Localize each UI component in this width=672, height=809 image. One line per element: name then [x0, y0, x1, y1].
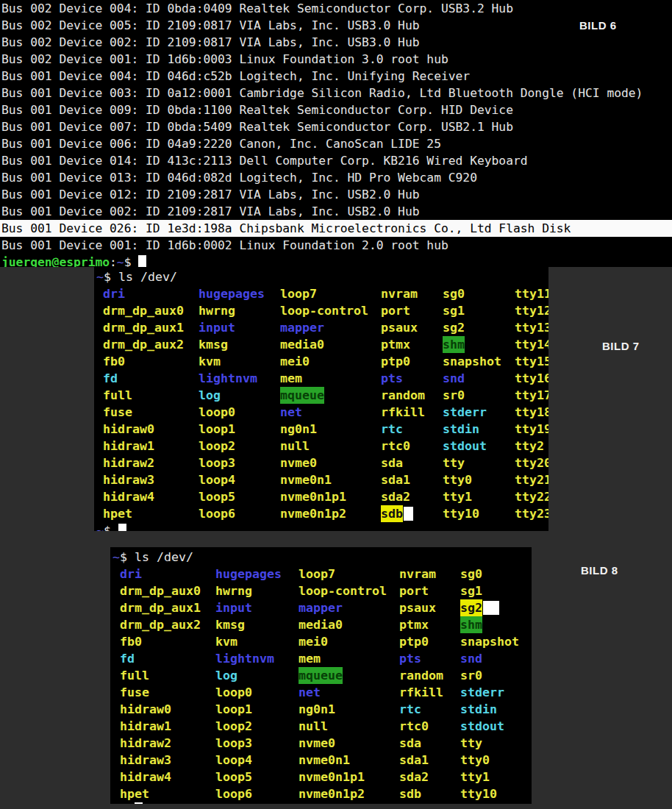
usb-device-line: Bus 001 Device 014: ID 413c:2113 Dell Co…: [0, 152, 672, 169]
dev-entry-dri: dri: [120, 566, 142, 582]
dev-entry-media0: media0: [299, 616, 343, 633]
dev-entry-lightnvm: lightnvm: [215, 650, 274, 667]
dev-row: drm_dp_aux2kmsgmedia0ptmxshm: [110, 616, 532, 633]
text-cursor: [135, 802, 143, 804]
dev-entry-sda2: sda2: [381, 488, 410, 505]
dev-entry-drm_dp_aux1: drm_dp_aux1: [120, 599, 201, 616]
dev-row: fdlightnvmmemptssnd: [110, 650, 532, 667]
dev-entry-drm_dp_aux1: drm_dp_aux1: [103, 319, 184, 336]
prompt-symbol: $: [124, 255, 139, 267]
usb-device-line: Bus 001 Device 003: ID 0a12:0001 Cambrid…: [0, 85, 672, 101]
dev-entry-sda1: sda1: [381, 471, 410, 488]
dev-entry-ng0n1: ng0n1: [280, 421, 317, 438]
dev-entry-mqueue: mqueue: [280, 387, 324, 404]
dev-entry-hugepages: hugepages: [199, 285, 265, 302]
bild8-terminal[interactable]: ~$ ls /dev/ drihugepagesloop7nvramsg0drm…: [110, 547, 532, 804]
dev-entry-loop4: loop4: [215, 752, 252, 769]
dev-row: fuseloop0netrfkillstderrtty18: [94, 404, 548, 421]
dev-entry-tty17: tty17: [515, 387, 548, 404]
dev-entry-loop5: loop5: [199, 488, 235, 505]
dev-entry-tty12: tty12: [515, 302, 548, 319]
dev-row: hpetloop6nvme0n1p2sdbtty10tty23: [94, 505, 548, 522]
dev-entry-sdb: sdb: [399, 785, 421, 802]
dev-entry-fuse: fuse: [103, 404, 132, 421]
dev-entry-tty19: tty19: [515, 421, 548, 438]
dev-entry-sg1: sg1: [443, 302, 465, 319]
dev-entry-loop4: loop4: [199, 471, 235, 488]
dev-entry-hpet: hpet: [120, 785, 149, 802]
dev-entry-random: random: [381, 387, 425, 404]
prompt-symbol: $: [104, 270, 118, 284]
prompt-path: ~: [96, 524, 104, 531]
dev-entry-hidraw1: hidraw1: [103, 438, 154, 455]
dev-entry-nvme0n1p1: nvme0n1p1: [299, 769, 365, 785]
dev-entry-snapshot: snapshot: [460, 633, 519, 650]
dev-entry-pts: pts: [381, 370, 403, 387]
prompt-user-host: juergen@esprimo: [1, 255, 110, 267]
dev-entry-loop1: loop1: [215, 701, 252, 718]
dev-entry-media0: media0: [280, 336, 324, 353]
prompt-path: ~: [112, 550, 120, 564]
dev-entry-hidraw1: hidraw1: [120, 718, 171, 735]
dev-entry-mei0: mei0: [299, 633, 328, 650]
dev-entry-tty2: tty2: [515, 438, 544, 455]
usb-device-line: Bus 001 Device 013: ID 046d:082d Logitec…: [0, 169, 672, 186]
usb-device-line: Bus 001 Device 009: ID 0bda:1100 Realtek…: [0, 101, 672, 118]
dev-row: drihugepagesloop7nvramsg0: [110, 566, 532, 582]
dev-entry-kvm: kvm: [199, 353, 221, 370]
dev-entry-nvram: nvram: [399, 566, 436, 582]
dev-entry-drm_dp_aux0: drm_dp_aux0: [120, 582, 201, 599]
dev-row: hidraw0loop1ng0n1rtcstdintty19: [94, 421, 548, 438]
dev-row: fuseloop0netrfkillstderr: [110, 684, 532, 701]
dev-entry-sg1: sg1: [460, 582, 482, 599]
dev-entry-tty15: tty15: [515, 353, 548, 370]
lsusb-terminal[interactable]: Bus 002 Device 004: ID 0bda:0409 Realtek…: [0, 0, 672, 267]
dev-entry-loop3: loop3: [199, 455, 235, 471]
dev-entry-mqueue: mqueue: [299, 667, 343, 684]
dev-entry-random: random: [399, 667, 443, 684]
dev-entry-input: input: [215, 599, 252, 616]
dev-entry-tty10: tty10: [443, 505, 479, 522]
dev-entry-tty11: tty11: [515, 285, 548, 302]
dev-entry-port: port: [381, 302, 410, 319]
usb-device-line: Bus 002 Device 005: ID 2109:0817 VIA Lab…: [0, 17, 672, 34]
dev-entry-full: full: [120, 667, 149, 684]
dev-entry-hwrng: hwrng: [199, 302, 235, 319]
dev-entry-tty0: tty0: [443, 471, 472, 488]
dev-row: fdlightnvmmemptssndtty16: [94, 370, 548, 387]
bild7-terminal[interactable]: ~$ ls /dev/ drihugepagesloop7nvramsg0tty…: [94, 267, 548, 531]
prompt-path: ~: [112, 802, 120, 804]
dev-entry-net: net: [299, 684, 321, 701]
dev-entry-drm_dp_aux0: drm_dp_aux0: [103, 302, 184, 319]
prompt-symbol: $: [120, 550, 135, 564]
dev-entry-fb0: fb0: [103, 353, 125, 370]
dev-row: hidraw2loop3nvme0sdatty: [110, 735, 532, 752]
dev-entry-kmsg: kmsg: [215, 616, 245, 633]
dev-entry-ptp0: ptp0: [399, 633, 429, 650]
dev-entry-net: net: [280, 404, 302, 421]
dev-row: fulllogmqueuerandomsr0tty17: [94, 387, 548, 404]
dev-entry-fd: fd: [120, 650, 135, 667]
dev-entry-log: log: [199, 387, 221, 404]
dev-entry-stdin: stdin: [443, 421, 479, 438]
dev-entry-loop7: loop7: [299, 566, 335, 582]
dev-entry-loop2: loop2: [215, 718, 252, 735]
dev-entry-input: input: [199, 319, 235, 336]
dev-entry-rfkill: rfkill: [381, 404, 425, 421]
dev-entry-loop7: loop7: [280, 285, 317, 302]
usb-device-line: Bus 002 Device 002: ID 2109:0817 VIA Lab…: [0, 34, 672, 51]
dev-entry-loop5: loop5: [215, 769, 252, 785]
dev-entry-tty20: tty20: [515, 455, 548, 471]
prompt-symbol: $: [120, 802, 135, 804]
dev-entry-tty1: tty1: [443, 488, 472, 505]
dev-entry-shm: shm: [460, 616, 482, 633]
dev-row: drm_dp_aux1inputmapperpsauxsg2: [110, 599, 532, 616]
dev-entry-sda: sda: [381, 455, 403, 471]
dev-entry-null: null: [299, 718, 328, 735]
prompt-symbol: $: [104, 524, 118, 531]
dev-entry-ptmx: ptmx: [399, 616, 429, 633]
dev-entry-rfkill: rfkill: [399, 684, 443, 701]
dev-entry-psaux: psaux: [399, 599, 436, 616]
usb-device-line: Bus 001 Device 004: ID 046d:c52b Logitec…: [0, 68, 672, 85]
dev-row: fulllogmqueuerandomsr0: [110, 667, 532, 684]
